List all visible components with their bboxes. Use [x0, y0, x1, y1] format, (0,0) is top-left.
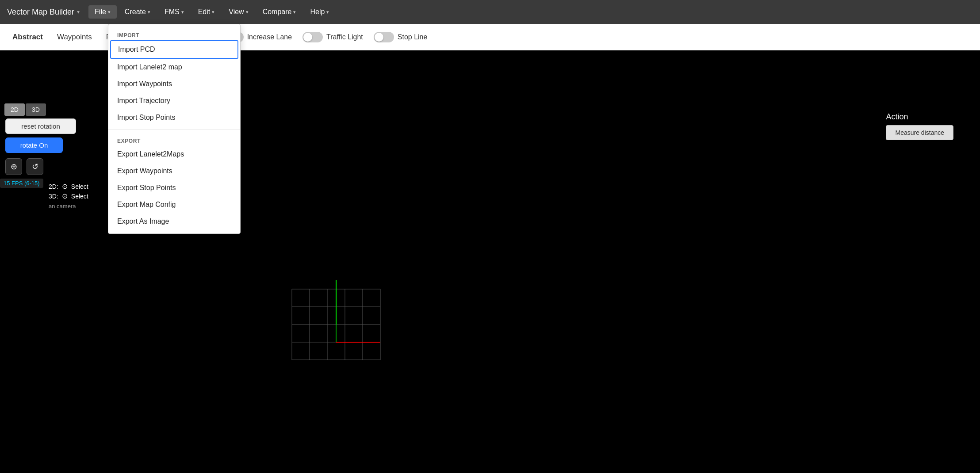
import-waypoints-item[interactable]: Import Waypoints — [108, 76, 240, 92]
select-2d-text[interactable]: Select — [71, 183, 88, 190]
stop-line-label: Stop Line — [398, 33, 428, 41]
view-3d-button[interactable]: 3D — [26, 103, 46, 116]
toggle-stop-line[interactable]: Stop Line — [374, 32, 428, 42]
refresh-icon[interactable]: ↺ — [27, 158, 43, 175]
rotate-on-button[interactable]: rotate On — [5, 137, 63, 153]
stop-line-switch[interactable] — [374, 32, 394, 42]
action-panel: Action Measure distance — [886, 112, 953, 140]
layer-2d-icon: ⊙ — [62, 182, 68, 191]
view-chevron-icon: ▾ — [246, 9, 249, 15]
view-toggle: 2D 3D — [4, 103, 46, 116]
select-2d-row: 2D: ⊙ Select — [49, 182, 88, 191]
toggle-group-traffic-light: Traffic Light — [302, 32, 363, 42]
grid-visualization — [283, 280, 389, 369]
move-icon[interactable]: ⊕ — [5, 158, 22, 175]
select-3d-text[interactable]: Select — [71, 193, 88, 200]
import-lanelet2-item[interactable]: Import Lanelet2 map — [108, 59, 240, 76]
create-chevron-icon: ▾ — [148, 9, 150, 15]
export-waypoints-item[interactable]: Export Waypoints — [108, 163, 240, 179]
fms-chevron-icon: ▾ — [181, 9, 184, 15]
help-chevron-icon: ▾ — [326, 9, 329, 15]
camera-text: an camera — [49, 203, 88, 210]
traffic-light-switch[interactable] — [302, 32, 323, 42]
icon-row: ⊕ ↺ — [5, 158, 101, 175]
file-chevron-icon: ▾ — [108, 9, 111, 15]
menu-fms[interactable]: FMS ▾ — [158, 5, 190, 19]
menu-file[interactable]: File ▾ — [88, 5, 117, 19]
fps-badge: 15 FPS (6-15) — [0, 179, 43, 188]
export-map-config-item[interactable]: Export Map Config — [108, 196, 240, 213]
3d-label: 3D: — [49, 193, 58, 200]
menu-create[interactable]: Create ▾ — [119, 5, 157, 19]
export-stop-points-item[interactable]: Export Stop Points — [108, 179, 240, 196]
import-section-label: IMPORT — [108, 28, 240, 40]
dropdown-divider — [108, 130, 240, 130]
layer-3d-icon: ⊙ — [62, 192, 68, 200]
reset-rotation-button[interactable]: reset rotation — [5, 118, 76, 134]
export-as-image-item[interactable]: Export As Image — [108, 213, 240, 230]
menu-view[interactable]: View ▾ — [222, 5, 254, 19]
2d-label: 2D: — [49, 183, 58, 190]
menubar: Vector Map Builder ▾ File ▾ Create ▾ FMS… — [0, 0, 980, 24]
select-3d-row: 3D: ⊙ Select — [49, 192, 88, 200]
app-title-chevron: ▾ — [77, 9, 80, 15]
compare-chevron-icon: ▾ — [293, 9, 296, 15]
menu-compare[interactable]: Compare ▾ — [256, 5, 302, 19]
import-pcd-item[interactable]: Import PCD — [110, 40, 238, 59]
export-lanelet2maps-item[interactable]: Export Lanelet2Maps — [108, 146, 240, 163]
tab-waypoints[interactable]: Waypoints — [54, 31, 96, 43]
measure-distance-button[interactable]: Measure distance — [886, 125, 953, 140]
grid-svg — [283, 280, 389, 369]
toggle-traffic-light[interactable]: Traffic Light — [302, 32, 363, 42]
file-dropdown: IMPORT Import PCD Import Lanelet2 map Im… — [108, 24, 241, 234]
edit-chevron-icon: ▾ — [212, 9, 214, 15]
action-label: Action — [886, 112, 953, 122]
select-rows: 2D: ⊙ Select 3D: ⊙ Select an camera — [49, 181, 88, 210]
increase-lane-label: Increase Lane — [247, 33, 292, 41]
toggle-group-stop-line: Stop Line — [374, 32, 428, 42]
view-2d-button[interactable]: 2D — [4, 103, 25, 116]
traffic-light-label: Traffic Light — [326, 33, 363, 41]
menu-help[interactable]: Help ▾ — [304, 5, 335, 19]
export-section-label: EXPORT — [108, 134, 240, 146]
menu-edit[interactable]: Edit ▾ — [192, 5, 221, 19]
import-stop-points-item[interactable]: Import Stop Points — [108, 109, 240, 126]
app-title: Vector Map Builder ▾ — [7, 8, 80, 17]
tab-abstract[interactable]: Abstract — [9, 31, 46, 43]
app-title-text: Vector Map Builder — [7, 8, 74, 17]
import-trajectory-item[interactable]: Import Trajectory — [108, 92, 240, 109]
